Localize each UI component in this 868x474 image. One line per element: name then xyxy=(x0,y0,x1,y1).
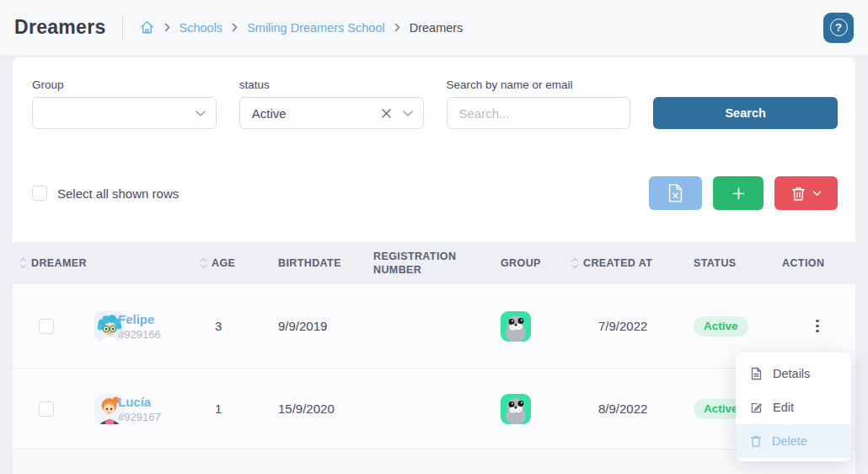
chevron-down-icon[interactable] xyxy=(403,110,413,116)
column-header-registration-number: REGISTRATION NUMBER xyxy=(362,250,489,277)
age-cell: 1 xyxy=(190,401,253,416)
dreamer-id: #929167 xyxy=(118,411,161,423)
sort-icon[interactable] xyxy=(200,256,207,270)
birthdate-cell: 9/9/2019 xyxy=(253,319,362,333)
add-dreamer-button[interactable] xyxy=(713,176,764,210)
dreamers-table: DREAMER AGE BIRTHDATE REGISTRATION NUMBE… xyxy=(13,242,855,474)
toolbar xyxy=(649,176,838,210)
table-row: Lucía #929167 1 15/9/2020 8/9/2022 Activ… xyxy=(13,369,855,450)
select-all-checkbox[interactable] xyxy=(32,186,47,201)
trash-icon xyxy=(791,186,806,202)
breadcrumb-separator-icon xyxy=(394,23,400,32)
bulk-actions-row: Select all shown rows xyxy=(32,176,838,210)
table-header: DREAMER AGE BIRTHDATE REGISTRATION NUMBE… xyxy=(13,242,855,284)
help-button[interactable]: ? xyxy=(823,13,854,43)
sort-icon[interactable] xyxy=(19,256,27,270)
top-bar: Dreamers Schools Smiling Dreamers School… xyxy=(0,0,868,55)
action-cell xyxy=(763,316,855,337)
group-cell xyxy=(489,311,565,342)
created-at-cell: 7/9/2022 xyxy=(565,319,683,333)
girl-orange-hair-avatar xyxy=(74,394,104,424)
column-header-created-at[interactable]: CREATED AT xyxy=(565,256,683,270)
chevron-down-icon xyxy=(812,191,822,197)
birthdate-cell: 15/9/2020 xyxy=(253,401,362,416)
row-action-menu: Details Edit Delete xyxy=(736,353,851,461)
group-cell xyxy=(489,394,565,424)
trash-icon xyxy=(750,434,762,448)
excel-file-icon xyxy=(667,183,683,203)
dreamer-id: #929166 xyxy=(118,328,161,341)
dreamer-name-link[interactable]: Felipe xyxy=(118,312,161,326)
group-select[interactable] xyxy=(32,97,217,129)
column-header-age[interactable]: AGE xyxy=(190,256,253,270)
seal-avatar xyxy=(501,311,531,342)
breadcrumb-link-school[interactable]: Smiling Dreamers School xyxy=(247,21,385,35)
row-checkbox[interactable] xyxy=(39,401,54,417)
group-filter-label: Group xyxy=(32,78,217,91)
age-cell: 3 xyxy=(190,319,253,333)
menu-item-delete[interactable]: Delete xyxy=(736,424,851,458)
search-button[interactable]: Search xyxy=(653,97,838,129)
breadcrumb-current: Dreamers xyxy=(410,21,463,35)
chevron-down-icon[interactable] xyxy=(196,110,206,116)
status-cell: Active xyxy=(683,316,763,337)
row-checkbox[interactable] xyxy=(39,319,54,334)
document-icon xyxy=(750,367,763,380)
breadcrumb-separator-icon xyxy=(232,23,238,32)
plus-icon xyxy=(732,187,745,200)
page-title: Dreamers xyxy=(14,16,106,39)
bulk-delete-button[interactable] xyxy=(774,176,838,210)
created-at-cell: 8/9/2022 xyxy=(565,401,683,416)
breadcrumb-separator-icon xyxy=(164,23,170,32)
menu-item-details[interactable]: Details xyxy=(736,357,851,391)
clear-icon[interactable] xyxy=(381,108,392,119)
status-select-value: Active xyxy=(240,106,287,121)
status-filter-label: status xyxy=(239,78,424,91)
dreamer-name-link[interactable]: Lucía xyxy=(118,395,161,409)
question-mark-icon: ? xyxy=(830,19,848,36)
menu-item-edit[interactable]: Edit xyxy=(736,391,851,424)
next-row-strip xyxy=(13,450,855,474)
home-icon[interactable] xyxy=(139,19,155,35)
content-card: Group status Active Search by name or em… xyxy=(13,57,855,474)
status-badge: Active xyxy=(694,316,748,337)
select-all-label: Select all shown rows xyxy=(57,186,179,201)
search-input[interactable] xyxy=(447,97,631,129)
status-select[interactable]: Active xyxy=(239,97,424,129)
column-header-group: GROUP xyxy=(489,256,565,270)
edit-pencil-icon xyxy=(750,401,763,414)
column-header-action: ACTION xyxy=(763,256,855,270)
filters-bar: Group status Active Search by name or em… xyxy=(32,78,838,129)
breadcrumb: Schools Smiling Dreamers School Dreamers xyxy=(139,19,463,35)
table-row: Felipe #929166 3 9/9/2019 7/9/2022 Activ… xyxy=(13,284,855,369)
export-excel-button[interactable] xyxy=(649,176,702,210)
title-divider xyxy=(122,15,123,40)
search-filter-label: Search by name or email xyxy=(447,78,631,91)
row-actions-kebab-icon[interactable] xyxy=(812,316,823,337)
sort-icon[interactable] xyxy=(571,256,579,270)
column-header-status: STATUS xyxy=(683,256,763,270)
boy-blue-hair-avatar xyxy=(74,311,104,342)
column-header-dreamer[interactable]: DREAMER xyxy=(13,256,190,270)
seal-avatar xyxy=(501,394,531,424)
column-header-birthdate: BIRTHDATE xyxy=(253,256,362,270)
breadcrumb-link-schools[interactable]: Schools xyxy=(179,21,223,35)
